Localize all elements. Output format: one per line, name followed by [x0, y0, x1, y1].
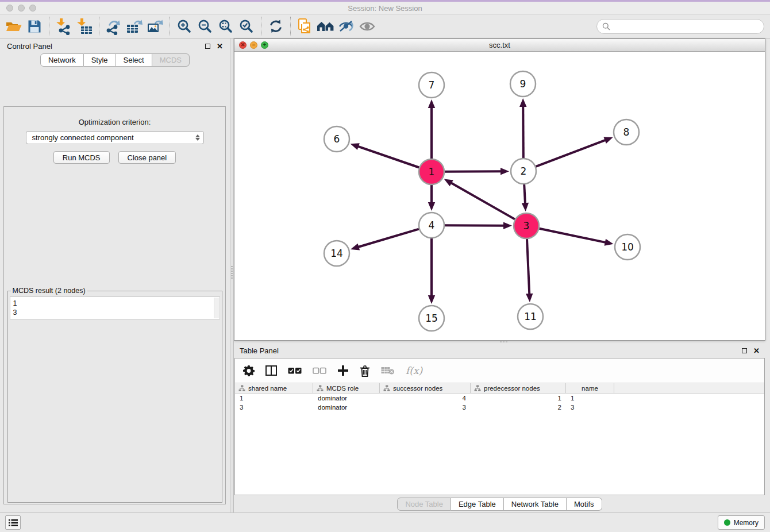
delete-column-button[interactable]	[360, 365, 370, 377]
node-10[interactable]: 10	[615, 234, 640, 260]
edge-4-14[interactable]	[357, 229, 418, 248]
task-history-button[interactable]	[5, 515, 21, 530]
select-all-columns-button[interactable]	[288, 367, 302, 375]
import-table-button[interactable]	[74, 16, 95, 37]
node-label: 2	[521, 165, 527, 177]
tab-network[interactable]: Network	[40, 53, 84, 67]
edge-2-3[interactable]	[524, 184, 525, 205]
node-7[interactable]: 7	[419, 72, 444, 98]
node-2[interactable]: 2	[511, 159, 536, 184]
export-table-button[interactable]	[124, 16, 145, 37]
run-mcds-button[interactable]: Run MCDS	[53, 151, 110, 164]
panel-splitter[interactable]	[230, 38, 234, 512]
edge-1-2[interactable]	[445, 171, 502, 172]
criterion-dropdown[interactable]: strongly connected component	[26, 131, 204, 144]
tab-node-table[interactable]: Node Table	[397, 498, 451, 511]
close-window-button[interactable]	[6, 5, 13, 11]
column-type-icon	[474, 385, 481, 392]
edge-2-9[interactable]	[523, 105, 523, 158]
node-15[interactable]: 15	[419, 306, 444, 331]
edge-1-6[interactable]	[357, 146, 419, 167]
maximize-window-button[interactable]	[29, 5, 36, 11]
edge-arrowhead	[428, 202, 435, 211]
node-9[interactable]: 9	[510, 71, 536, 97]
node-6[interactable]: 6	[324, 126, 349, 152]
edge-3-11[interactable]	[527, 239, 529, 295]
export-image-button[interactable]	[145, 16, 165, 37]
cell-name[interactable]: 3	[566, 403, 614, 412]
tab-select[interactable]: Select	[116, 53, 152, 67]
edge-2-8[interactable]	[536, 140, 607, 167]
clone-network-button[interactable]	[295, 16, 315, 37]
memory-button[interactable]: Memory	[718, 515, 765, 530]
node-11[interactable]: 11	[518, 304, 543, 329]
edge-arrowhead	[428, 295, 435, 304]
apply-layout-button[interactable]	[315, 16, 336, 37]
close-panel-icon[interactable]: ✕	[753, 347, 760, 354]
search-field[interactable]	[596, 19, 764, 34]
node-1[interactable]: 1	[419, 159, 444, 184]
edge-arrowhead	[503, 222, 512, 229]
cell-name[interactable]: 1	[566, 394, 614, 403]
close-panel-icon[interactable]: ✕	[217, 43, 223, 50]
column-header-shared-name[interactable]: shared name	[235, 383, 313, 393]
export-network-button[interactable]	[103, 16, 124, 37]
column-header-successor-nodes[interactable]: successor nodes	[380, 383, 471, 393]
column-header-name[interactable]: name	[566, 383, 614, 393]
node-14[interactable]: 14	[324, 241, 349, 266]
app-window: Session: New Session	[0, 0, 770, 532]
float-panel-icon[interactable]	[742, 348, 747, 353]
edge-4-3[interactable]	[445, 225, 505, 226]
column-header-predecessor-nodes[interactable]: predecessor nodes	[471, 383, 566, 393]
cell-predecessor-nodes[interactable]: 2	[471, 403, 566, 412]
open-session-button[interactable]	[3, 16, 24, 37]
table-panel: Table Panel ✕	[234, 343, 765, 512]
float-panel-icon[interactable]	[205, 44, 210, 49]
hide-graphics-details-button[interactable]	[336, 16, 357, 37]
zoom-in-button[interactable]	[174, 16, 195, 37]
table-options-button[interactable]	[243, 365, 255, 376]
zoom-out-button[interactable]	[195, 16, 215, 37]
column-type-icon	[383, 385, 390, 392]
import-network-button[interactable]	[53, 16, 74, 37]
deselect-all-columns-button[interactable]	[313, 367, 326, 375]
edge-3-10[interactable]	[540, 229, 607, 243]
table-row[interactable]: 3dominator323	[235, 403, 764, 412]
cell-predecessor-nodes[interactable]: 1	[471, 394, 566, 403]
tab-style[interactable]: Style	[84, 53, 116, 67]
table-row[interactable]: 1dominator411	[235, 394, 764, 403]
tab-motifs[interactable]: Motifs	[567, 498, 602, 511]
node-3[interactable]: 3	[514, 213, 539, 238]
cell-mcds-role[interactable]: dominator	[313, 403, 380, 412]
save-session-button[interactable]	[24, 16, 45, 37]
refresh-button[interactable]	[265, 16, 286, 37]
result-scrollbar[interactable]	[214, 298, 219, 318]
network-maximize-button[interactable]: +	[261, 41, 268, 49]
create-column-button[interactable]	[337, 365, 349, 376]
column-header-mcds-role[interactable]: MCDS role	[313, 383, 380, 393]
zoom-fit-button[interactable]	[215, 16, 236, 37]
network-window-titlebar[interactable]: ✕ − + scc.txt	[234, 39, 765, 52]
node-8[interactable]: 8	[614, 119, 639, 145]
cell-shared-name[interactable]: 1	[235, 394, 313, 403]
cell-successor-nodes[interactable]: 3	[380, 403, 471, 412]
edge-3-1[interactable]	[450, 182, 515, 219]
horizontal-splitter[interactable]	[234, 341, 765, 343]
zoom-selected-button[interactable]	[236, 16, 257, 37]
network-minimize-button[interactable]: −	[250, 41, 257, 49]
network-canvas[interactable]: 1234678910111415	[234, 52, 765, 340]
network-close-button[interactable]: ✕	[239, 41, 247, 49]
show-graphics-details-button[interactable]	[357, 16, 378, 37]
split-pane-button[interactable]	[265, 365, 277, 376]
cell-successor-nodes[interactable]: 4	[380, 394, 471, 403]
search-input[interactable]	[613, 22, 759, 31]
cell-shared-name[interactable]: 3	[235, 403, 313, 412]
tab-network-table[interactable]: Network Table	[504, 498, 567, 511]
mcds-result-textarea[interactable]: 13	[10, 296, 220, 319]
close-panel-button[interactable]: Close panel	[118, 151, 176, 164]
minimize-window-button[interactable]	[18, 5, 25, 11]
tab-mcds[interactable]: MCDS	[152, 53, 190, 67]
node-4[interactable]: 4	[419, 213, 444, 238]
cell-mcds-role[interactable]: dominator	[313, 394, 380, 403]
tab-edge-table[interactable]: Edge Table	[451, 498, 504, 511]
